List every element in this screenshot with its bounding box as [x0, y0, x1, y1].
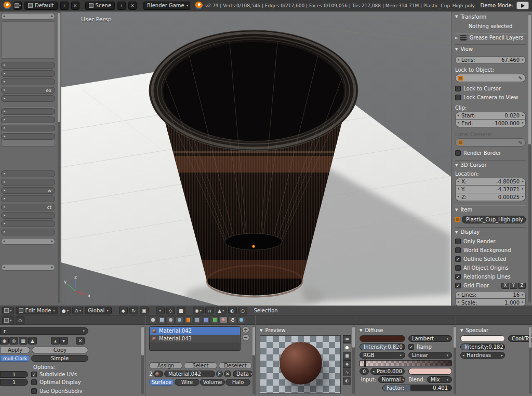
collapsed-panel[interactable]	[1, 133, 55, 140]
cursor-z-field[interactable]: Z:0.00025	[455, 193, 526, 201]
material-slot-row[interactable]: Material.043	[150, 335, 240, 342]
collapsed-panel[interactable]	[1, 212, 55, 219]
select-button[interactable]: Select	[184, 362, 217, 369]
modifier-editmode-toggle[interactable]: ▦	[19, 337, 28, 345]
ramp-input-select[interactable]: RGB▾	[360, 352, 405, 359]
tab-object-icon[interactable]	[184, 316, 192, 323]
fake-user-button[interactable]: F	[216, 371, 223, 377]
tab-data-icon[interactable]	[211, 316, 219, 323]
item-name-field[interactable]: Plastic_Cup_High-poly	[462, 216, 526, 223]
pivot-center-select[interactable]: ⊙▾	[72, 307, 83, 314]
mode-select[interactable]: Edit Mode▾	[16, 307, 58, 314]
ramp-stop-marker[interactable]	[365, 360, 365, 366]
collapsed-panel[interactable]	[1, 78, 55, 85]
preview-flat-button[interactable]: ▬	[343, 335, 351, 343]
shelf-stepper[interactable]	[1, 13, 55, 20]
surface-type-button[interactable]: Surface	[149, 379, 174, 386]
copy-button[interactable]: Copy	[32, 347, 88, 353]
catmull-clark-button[interactable]: mull-Clark	[0, 355, 30, 362]
diffuse-color-swatch[interactable]	[360, 335, 405, 342]
local-camera-field[interactable]: ✎	[455, 138, 526, 147]
simple-button[interactable]: Simple	[31, 355, 88, 362]
editor-type-button[interactable]: ▾	[2, 316, 14, 324]
tab-constraints-icon[interactable]	[193, 316, 201, 323]
material-scrollbar[interactable]	[252, 326, 255, 394]
proportional-edit-select[interactable]: ◉▾	[193, 307, 204, 314]
manipulator-translate-button[interactable]: ◆	[119, 307, 128, 314]
modifier-cage-toggle[interactable]: ▲	[28, 337, 37, 345]
panel-display[interactable]: ▼Display	[455, 228, 526, 235]
collapsed-panel[interactable]	[1, 170, 55, 177]
cursor-x-field[interactable]: X:-4.80050	[455, 178, 526, 186]
diffuse-header[interactable]: ▼Diffuse	[360, 327, 383, 333]
ramp-factor-slider[interactable]: Factor:0.401	[382, 385, 452, 391]
eyedropper-icon[interactable]: ✎	[518, 140, 523, 146]
collapsed-panel[interactable]	[1, 179, 55, 186]
delete-scene-button[interactable]: ✕	[128, 2, 137, 10]
add-scene-button[interactable]: +	[117, 2, 126, 10]
halo-type-button[interactable]: Halo	[225, 379, 250, 386]
panel-3d-cursor[interactable]: ▼3D Cursor	[455, 161, 526, 168]
optimal-display-checkbox[interactable]: Optimal Display	[31, 379, 81, 386]
unlink-material-button[interactable]: ✕	[224, 371, 231, 377]
specular-color-swatch[interactable]	[460, 335, 505, 342]
viewport-shading-select[interactable]: ●▾	[60, 307, 71, 314]
lock-to-cursor-checkbox[interactable]: Lock to Cursor	[455, 85, 526, 92]
tab-modifiers-icon[interactable]	[202, 316, 210, 323]
panel-grease-pencil[interactable]: ►Grease Pencil Layers	[455, 33, 526, 41]
diffuse-intensity-slider[interactable]: Intensity:0.820	[360, 344, 405, 350]
collapsed-panel[interactable]	[1, 220, 55, 227]
splash-logo-icon[interactable]	[195, 2, 203, 9]
link-mode-select[interactable]: Data▾	[233, 371, 252, 377]
viewport-3d[interactable]: z y x User Persp	[61, 11, 451, 306]
relationship-lines-checkbox[interactable]: ✓Relationship Lines	[455, 273, 526, 280]
use-opensubdiv-checkbox[interactable]: Use OpenSubdiv	[31, 388, 83, 394]
ramp-position-field[interactable]: Pos:0.000	[370, 368, 405, 375]
hardness-field[interactable]: Hardness	[460, 352, 505, 359]
remove-slot-button[interactable]: −	[242, 334, 249, 341]
add-layout-button[interactable]: +	[60, 2, 69, 10]
snap-element-select[interactable]: ▲▾	[216, 307, 226, 314]
modifier-move-down-button[interactable]: ▾	[59, 337, 68, 345]
grid-scale-field[interactable]: Scale:1.000	[455, 299, 526, 306]
editor-type-button[interactable]: ▾	[2, 307, 14, 314]
color-ramp[interactable]	[360, 360, 452, 366]
world-background-checkbox[interactable]: World Background	[455, 247, 526, 254]
npanel-scrollbar[interactable]	[528, 14, 531, 302]
only-render-checkbox[interactable]: Only Render	[455, 238, 526, 245]
tab-render-icon[interactable]	[149, 316, 157, 323]
preview-cube-button[interactable]: ■	[343, 352, 351, 360]
collapsed-panel[interactable]	[1, 116, 55, 123]
tab-scene-icon[interactable]	[167, 316, 175, 323]
material-slot-row[interactable]: Material.042	[150, 327, 240, 335]
face-select-button[interactable]: ■	[177, 307, 185, 314]
toolshelf-scrollbar[interactable]	[58, 12, 60, 303]
specular-scrollbar[interactable]	[529, 326, 531, 394]
ramp-stop-index-field[interactable]: 0	[360, 368, 369, 375]
apply-button[interactable]: Apply	[0, 347, 30, 353]
specular-intensity-slider[interactable]: Intensity:0.182	[460, 344, 505, 350]
orientation-select[interactable]: Global▾	[85, 307, 111, 314]
grid-y-toggle[interactable]: Y	[510, 283, 517, 289]
lock-object-field[interactable]: ✎	[455, 74, 526, 82]
tab-texture-icon[interactable]	[229, 316, 236, 323]
eyedropper-icon[interactable]: ✎	[518, 75, 523, 81]
collapsed-panel[interactable]: ct	[1, 204, 55, 210]
tab-material-icon[interactable]	[220, 316, 228, 323]
specular-header[interactable]: ▼Specular	[460, 327, 488, 333]
material-name-field[interactable]: Material.042	[164, 371, 215, 377]
screen-layout-select[interactable]: Default	[24, 2, 58, 10]
browse-material-button[interactable]	[153, 371, 163, 377]
render-border-checkbox[interactable]: Render Border	[455, 150, 526, 156]
grid-z-toggle[interactable]: Z	[518, 283, 526, 289]
tab-render-layers-icon[interactable]	[158, 316, 166, 323]
collapsed-panel[interactable]	[1, 95, 55, 102]
collapsed-panel[interactable]	[1, 62, 55, 69]
ramp-stop-color-swatch[interactable]	[408, 368, 452, 375]
view-subdivisions-field[interactable]: 1	[0, 371, 28, 378]
modifier-move-up-button[interactable]: ▴	[51, 337, 60, 345]
grid-floor-checkbox[interactable]: ✓Grid Floor X Y Z	[455, 282, 526, 289]
subdivide-uvs-checkbox[interactable]: ✓Subdivide UVs	[31, 371, 77, 378]
panel-transform[interactable]: ▼Transform	[455, 13, 526, 20]
collapsed-panel[interactable]: w	[1, 187, 55, 194]
